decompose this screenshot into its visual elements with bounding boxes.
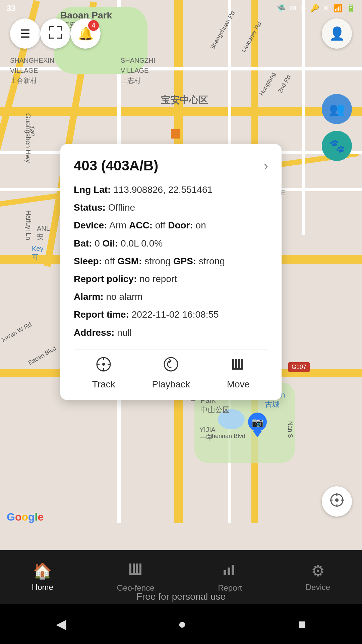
bat-label: Bat: <box>74 238 92 249</box>
message-status-icon: ✉ <box>290 4 296 13</box>
gsm-label: GSM: <box>117 256 142 266</box>
time-display: 33 <box>7 4 16 13</box>
home-button[interactable]: ● <box>178 616 186 632</box>
district-label: 宝安中心区 <box>161 94 208 107</box>
status-label: Status: <box>74 202 106 213</box>
geofence-label: Geo-fence <box>117 583 154 593</box>
camera-pin <box>253 431 262 437</box>
device-label: Device <box>306 583 330 592</box>
bottom-navigation: 🏠 Home Geo-fence Report ⚙ Device <box>0 550 362 604</box>
address-row: Address: null <box>74 326 268 339</box>
svg-rect-30 <box>129 573 141 575</box>
gps-locate-button[interactable] <box>322 486 352 517</box>
geofence-icon <box>128 561 143 581</box>
menu-button[interactable]: ☰ <box>10 18 40 49</box>
svg-rect-5 <box>49 34 50 39</box>
playback-icon <box>163 356 179 376</box>
road-label4: 2nd Rd <box>277 74 292 94</box>
back-button[interactable]: ◀ <box>56 616 66 632</box>
door-label: Door: <box>168 220 193 230</box>
gps-value: strong <box>199 256 225 266</box>
svg-point-25 <box>335 498 339 502</box>
key-status-icon: 🔑 <box>310 4 319 13</box>
lng-lat-row: Lng Lat: 113.908826, 22.551461 <box>74 183 268 196</box>
alarm-label: Alarm: <box>74 291 104 302</box>
report-time-value: 2022-11-02 16:08:55 <box>132 309 219 320</box>
oil-label: Oil: <box>103 238 118 249</box>
home-label: Home <box>32 583 53 592</box>
people-button[interactable]: 👥 <box>322 94 352 124</box>
sleep-label: Sleep: <box>74 256 102 266</box>
acc-label: ACC: <box>129 220 153 230</box>
frame-icon <box>48 25 62 42</box>
google-logo: Google <box>7 511 44 523</box>
lng-lat-value: 113.908826, 22.551461 <box>113 184 213 195</box>
track-button[interactable]: Track <box>92 356 115 390</box>
track-icon <box>96 356 112 376</box>
nav-report[interactable]: Report <box>211 558 249 596</box>
svg-point-14 <box>164 358 178 371</box>
bat-value: 0 <box>95 238 100 249</box>
svg-rect-18 <box>241 359 243 370</box>
alarm-row: Alarm: no alarm <box>74 290 268 303</box>
track-label: Track <box>92 379 115 390</box>
baoan-blvd-label: Baoan Blvd <box>27 345 57 366</box>
svg-rect-15 <box>232 359 234 370</box>
orange-marker <box>171 129 180 139</box>
lng-lat-label: Lng Lat: <box>74 184 111 195</box>
gsm-value: strong <box>144 256 171 266</box>
area-anl: ANL安 <box>37 225 50 241</box>
avatar-button[interactable]: 👤 <box>322 18 352 49</box>
menu-icon: ☰ <box>20 27 30 40</box>
move-button[interactable]: Move <box>227 356 250 390</box>
pet-button[interactable]: 🐾 <box>322 131 352 161</box>
sleep-row: Sleep: off GSM: strong GPS: strong <box>74 255 268 268</box>
system-icons: 🛸 ✉ ➤ 🔑 ✕ 📶 🔋 <box>277 4 355 13</box>
google-o2: o <box>21 511 28 523</box>
popup-header: 403 (403A/B) › <box>74 158 268 174</box>
report-policy-label: Report policy: <box>74 274 137 284</box>
shennan-blvd-label: Shennan Blvd <box>208 433 245 440</box>
nav-geofence[interactable]: Geo-fence <box>110 558 161 596</box>
sleep-value: off <box>105 256 115 266</box>
home-icon: 🏠 <box>33 562 52 580</box>
popup-title: 403 (403A/B) <box>74 158 158 174</box>
svg-rect-16 <box>235 359 237 370</box>
google-g1: G <box>7 511 15 523</box>
nav-device[interactable]: ⚙ Device <box>299 558 337 595</box>
frame-button[interactable] <box>40 18 70 49</box>
popup-card: 403 (403A/B) › Lng Lat: 113.908826, 22.5… <box>60 144 282 400</box>
svg-point-13 <box>102 363 105 366</box>
road-jian: Jian <box>28 125 37 137</box>
svg-rect-34 <box>236 563 236 575</box>
report-icon <box>222 561 238 581</box>
report-policy-value: no report <box>139 274 177 284</box>
xinan-w-rd-label: Xin'an W Rd <box>0 321 33 344</box>
svg-rect-32 <box>228 568 230 575</box>
recents-button[interactable]: ■ <box>298 616 306 632</box>
alarm-value: no alarm <box>106 291 142 302</box>
address-label: Address: <box>74 327 114 338</box>
svg-rect-19 <box>232 368 243 370</box>
svg-rect-31 <box>224 570 226 575</box>
door-value: on <box>196 220 206 230</box>
acc-value: off <box>155 220 166 230</box>
signal-status-icon: 📶 <box>333 4 342 13</box>
village1-label: SHANGHEXINVILLAGE上合新村 <box>10 55 54 86</box>
area-key: Key可 <box>32 245 43 262</box>
device-value: Arm <box>109 220 126 230</box>
right-buttons: 👥 🐾 <box>322 94 352 161</box>
status-row: Status: Offline <box>74 201 268 214</box>
camera-marker: 📷 <box>248 413 267 431</box>
popup-actions: Track Playback M <box>74 349 268 390</box>
device-label: Device: <box>74 220 107 230</box>
android-nav-bar: ◀ ● ■ <box>0 604 362 644</box>
notification-button-container[interactable]: 🔔 4 <box>70 18 101 49</box>
playback-button[interactable]: Playback <box>152 356 190 390</box>
wifi-status-icon: ✕ <box>323 4 329 13</box>
report-label: Report <box>218 583 242 593</box>
move-label: Move <box>227 379 250 390</box>
nav-home[interactable]: 🏠 Home <box>25 558 60 595</box>
popup-chevron-button[interactable]: › <box>264 158 268 173</box>
nan-s-label: Nan S <box>287 421 294 438</box>
